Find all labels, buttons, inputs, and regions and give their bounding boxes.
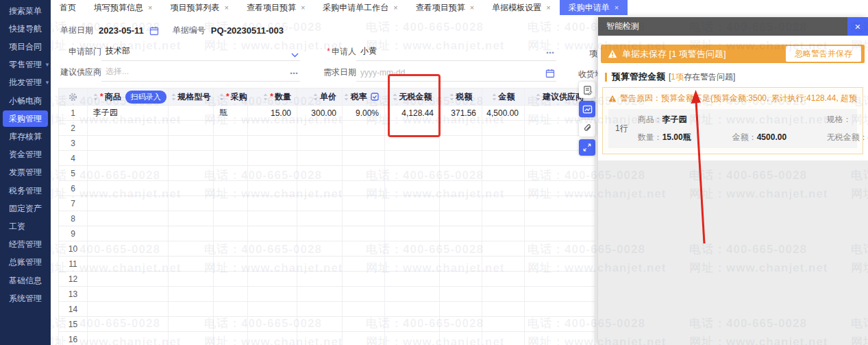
sort-icon[interactable] <box>263 93 268 101</box>
cell-建议供应商[interactable] <box>525 226 595 241</box>
cell-金额[interactable] <box>482 332 525 345</box>
cell-无税金额[interactable] <box>385 272 440 286</box>
gear-icon[interactable] <box>69 93 77 102</box>
trend-icon[interactable] <box>579 101 595 117</box>
cell-商品[interactable] <box>88 257 169 271</box>
sidebar-item-快捷导航[interactable]: 快捷导航 <box>3 21 48 37</box>
cell-seq[interactable]: 7 <box>59 196 88 211</box>
sort-icon[interactable] <box>344 93 349 101</box>
edit-checkbox-icon[interactable] <box>371 93 379 101</box>
cell-单价[interactable] <box>297 151 343 165</box>
sidebar-item-小畅电商[interactable]: 小畅电商 <box>3 93 48 109</box>
cell-seq[interactable]: 11 <box>59 257 88 271</box>
cell-单价[interactable] <box>297 332 343 345</box>
cell-规格型号[interactable] <box>169 257 214 271</box>
cell-金额[interactable]: 4,500.00 <box>482 106 525 120</box>
sidebar-item-固定资产[interactable]: 固定资产 <box>3 200 48 217</box>
cell-金额[interactable] <box>482 211 525 226</box>
column-header-seq[interactable] <box>59 88 88 105</box>
cell-税额[interactable] <box>440 317 482 331</box>
cell-商品[interactable] <box>88 196 169 211</box>
cell-seq[interactable]: 16 <box>59 332 88 345</box>
cell-单价[interactable] <box>297 196 343 211</box>
cell-seq[interactable]: 2 <box>59 121 88 135</box>
cell-税额[interactable] <box>440 272 482 286</box>
cell-税率[interactable] <box>343 257 385 271</box>
cell-数量[interactable] <box>248 196 297 211</box>
cell-无税金额[interactable] <box>385 302 440 316</box>
cell-建议供应商[interactable] <box>525 196 595 211</box>
cell-采购单位[interactable] <box>214 226 248 241</box>
cell-规格型号[interactable] <box>169 302 214 316</box>
cell-数量[interactable] <box>248 241 297 256</box>
cell-商品[interactable] <box>88 211 169 226</box>
cell-金额[interactable] <box>482 121 525 135</box>
cell-税率[interactable] <box>343 226 385 241</box>
cell-规格型号[interactable] <box>169 317 214 331</box>
column-header-税额[interactable]: 税额 <box>440 88 482 105</box>
column-header-商品[interactable]: *商品扫码录入 <box>88 88 169 105</box>
calendar-icon[interactable] <box>149 26 159 36</box>
cell-税率[interactable] <box>343 317 385 331</box>
cell-单价[interactable] <box>297 302 343 316</box>
tab-查看项目预算[interactable]: 查看项目预算× <box>407 0 483 15</box>
cell-采购单位[interactable] <box>214 211 248 226</box>
column-header-金额[interactable]: 金额 <box>482 88 525 105</box>
cell-税额[interactable] <box>440 166 482 180</box>
sidebar-item-库存核算[interactable]: 库存核算 <box>3 129 48 145</box>
cell-无税金额[interactable] <box>385 136 440 150</box>
cell-建议供应商[interactable] <box>525 302 595 316</box>
cell-税率[interactable]: 9.00% <box>343 106 385 120</box>
sort-icon[interactable] <box>171 93 176 101</box>
tab-填写预算信息[interactable]: 填写预算信息× <box>85 0 161 15</box>
sidebar-item-总账管理[interactable]: 总账管理 <box>3 254 48 271</box>
cell-建议供应商[interactable] <box>525 241 595 256</box>
column-header-单价[interactable]: 单价 <box>297 88 343 105</box>
cell-建议供应商[interactable] <box>525 166 595 180</box>
cell-建议供应商[interactable] <box>525 287 595 301</box>
sort-icon[interactable] <box>219 93 224 101</box>
cell-无税金额[interactable] <box>385 332 440 345</box>
sidebar-item-零售管理[interactable]: 零售管理▼ <box>3 57 48 73</box>
cell-单价[interactable] <box>297 241 343 256</box>
cell-建议供应商[interactable] <box>525 211 595 226</box>
cell-商品[interactable] <box>88 317 169 331</box>
cell-数量[interactable] <box>248 302 297 316</box>
sidebar-item-系统管理[interactable]: 系统管理 <box>3 290 48 307</box>
column-header-税率[interactable]: 税率 <box>343 88 385 105</box>
cell-商品[interactable] <box>88 302 169 316</box>
tab-单据模板设置[interactable]: 单据模板设置× <box>483 0 559 15</box>
cell-税率[interactable] <box>343 121 385 135</box>
cell-商品[interactable] <box>88 272 169 286</box>
cell-seq[interactable]: 9 <box>59 226 88 241</box>
close-tab-icon[interactable]: × <box>615 3 619 12</box>
cell-规格型号[interactable] <box>169 151 214 165</box>
suggest-supplier-input[interactable]: 选择... ⋯ <box>101 66 300 82</box>
cell-金额[interactable] <box>482 272 525 286</box>
sidebar-item-项目合同[interactable]: 项目合同 <box>3 39 48 56</box>
close-tab-icon[interactable]: × <box>224 3 228 12</box>
cell-商品[interactable] <box>88 151 169 165</box>
cell-seq[interactable]: 10 <box>59 241 88 256</box>
cell-商品[interactable] <box>88 241 169 256</box>
tab-首页[interactable]: 首页 <box>51 0 85 15</box>
cell-税额[interactable] <box>440 211 482 226</box>
cell-无税金额[interactable] <box>385 226 440 241</box>
cell-单价[interactable]: 300.00 <box>297 106 343 120</box>
cell-采购单位[interactable] <box>214 257 248 271</box>
cell-采购单位[interactable] <box>214 302 248 316</box>
cell-seq[interactable]: 1 <box>59 106 88 120</box>
cell-无税金额[interactable] <box>385 166 440 180</box>
chevron-down-icon[interactable] <box>291 53 299 58</box>
cell-seq[interactable]: 3 <box>59 136 88 150</box>
cell-无税金额[interactable] <box>385 287 440 301</box>
cell-数量[interactable] <box>248 317 297 331</box>
cell-税率[interactable] <box>343 166 385 180</box>
cell-税额[interactable] <box>440 287 482 301</box>
cell-无税金额[interactable] <box>385 241 440 256</box>
attachment-icon[interactable] <box>579 120 595 136</box>
sidebar-item-发票管理[interactable]: 发票管理 <box>3 165 48 181</box>
cell-单价[interactable] <box>297 317 343 331</box>
cell-数量[interactable] <box>248 226 297 241</box>
cell-数量[interactable]: 15.00 <box>248 106 297 120</box>
